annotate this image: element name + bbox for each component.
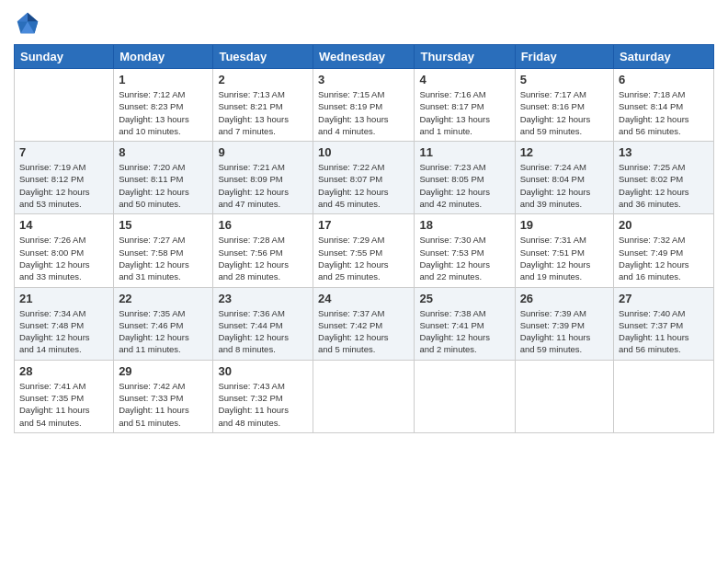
day-number: 8 [119, 145, 208, 159]
day-info: Sunrise: 7:35 AM Sunset: 7:46 PM Dayligh… [119, 307, 208, 356]
calendar-cell: 9Sunrise: 7:21 AM Sunset: 8:09 PM Daylig… [213, 142, 313, 214]
day-number: 9 [218, 145, 308, 159]
calendar-cell: 24Sunrise: 7:37 AM Sunset: 7:42 PM Dayli… [313, 287, 415, 360]
calendar-cell: 21Sunrise: 7:34 AM Sunset: 7:48 PM Dayli… [15, 287, 114, 360]
day-info: Sunrise: 7:41 AM Sunset: 7:35 PM Dayligh… [19, 380, 108, 429]
weekday-header: Tuesday [213, 45, 313, 69]
day-info: Sunrise: 7:20 AM Sunset: 8:11 PM Dayligh… [119, 161, 208, 210]
day-info: Sunrise: 7:13 AM Sunset: 8:21 PM Dayligh… [218, 88, 308, 137]
calendar-cell: 30Sunrise: 7:43 AM Sunset: 7:32 PM Dayli… [213, 360, 313, 432]
calendar-cell: 1Sunrise: 7:12 AM Sunset: 8:23 PM Daylig… [114, 69, 213, 142]
calendar-week-row: 1Sunrise: 7:12 AM Sunset: 8:23 PM Daylig… [15, 69, 714, 142]
calendar-week-row: 28Sunrise: 7:41 AM Sunset: 7:35 PM Dayli… [15, 360, 714, 432]
day-info: Sunrise: 7:25 AM Sunset: 8:02 PM Dayligh… [619, 161, 709, 210]
calendar-cell: 8Sunrise: 7:20 AM Sunset: 8:11 PM Daylig… [114, 142, 213, 214]
calendar-cell: 25Sunrise: 7:38 AM Sunset: 7:41 PM Dayli… [415, 287, 515, 360]
day-info: Sunrise: 7:30 AM Sunset: 7:53 PM Dayligh… [419, 234, 509, 282]
day-number: 3 [318, 73, 409, 86]
calendar-week-row: 21Sunrise: 7:34 AM Sunset: 7:48 PM Dayli… [15, 287, 714, 360]
calendar-header-row: SundayMondayTuesdayWednesdayThursdayFrid… [15, 45, 714, 69]
day-info: Sunrise: 7:29 AM Sunset: 7:55 PM Dayligh… [318, 234, 409, 282]
page: SundayMondayTuesdayWednesdayThursdayFrid… [0, 0, 728, 563]
calendar-cell: 10Sunrise: 7:22 AM Sunset: 8:07 PM Dayli… [313, 142, 415, 214]
logo-icon [14, 9, 41, 37]
calendar-cell: 23Sunrise: 7:36 AM Sunset: 7:44 PM Dayli… [213, 287, 313, 360]
day-number: 16 [218, 218, 308, 232]
day-info: Sunrise: 7:19 AM Sunset: 8:12 PM Dayligh… [19, 161, 108, 210]
day-number: 14 [19, 218, 108, 232]
day-number: 22 [119, 292, 208, 305]
day-info: Sunrise: 7:15 AM Sunset: 8:19 PM Dayligh… [318, 88, 409, 137]
header [14, 9, 714, 37]
day-info: Sunrise: 7:18 AM Sunset: 8:14 PM Dayligh… [619, 88, 709, 137]
calendar-cell: 13Sunrise: 7:25 AM Sunset: 8:02 PM Dayli… [614, 142, 714, 214]
calendar-cell [614, 360, 714, 432]
day-info: Sunrise: 7:39 AM Sunset: 7:39 PM Dayligh… [520, 307, 609, 356]
day-info: Sunrise: 7:36 AM Sunset: 7:44 PM Dayligh… [218, 307, 308, 356]
calendar-cell: 12Sunrise: 7:24 AM Sunset: 8:04 PM Dayli… [515, 142, 613, 214]
weekday-header: Saturday [614, 45, 714, 69]
calendar-cell: 18Sunrise: 7:30 AM Sunset: 7:53 PM Dayli… [415, 214, 515, 287]
day-number: 29 [119, 364, 208, 378]
calendar-cell: 15Sunrise: 7:27 AM Sunset: 7:58 PM Dayli… [114, 214, 213, 287]
calendar-cell: 11Sunrise: 7:23 AM Sunset: 8:05 PM Dayli… [415, 142, 515, 214]
day-number: 20 [619, 218, 709, 232]
day-info: Sunrise: 7:40 AM Sunset: 7:37 PM Dayligh… [619, 307, 709, 356]
day-number: 15 [119, 218, 208, 232]
day-number: 12 [520, 145, 609, 159]
calendar-cell: 27Sunrise: 7:40 AM Sunset: 7:37 PM Dayli… [614, 287, 714, 360]
day-info: Sunrise: 7:28 AM Sunset: 7:56 PM Dayligh… [218, 234, 308, 282]
day-info: Sunrise: 7:31 AM Sunset: 7:51 PM Dayligh… [520, 234, 609, 282]
calendar-cell: 6Sunrise: 7:18 AM Sunset: 8:14 PM Daylig… [614, 69, 714, 142]
calendar-cell: 5Sunrise: 7:17 AM Sunset: 8:16 PM Daylig… [515, 69, 613, 142]
day-info: Sunrise: 7:16 AM Sunset: 8:17 PM Dayligh… [419, 88, 509, 137]
day-info: Sunrise: 7:23 AM Sunset: 8:05 PM Dayligh… [419, 161, 509, 210]
day-number: 6 [619, 73, 709, 86]
day-info: Sunrise: 7:34 AM Sunset: 7:48 PM Dayligh… [19, 307, 108, 356]
day-info: Sunrise: 7:27 AM Sunset: 7:58 PM Dayligh… [119, 234, 208, 282]
calendar-cell [415, 360, 515, 432]
calendar-cell: 7Sunrise: 7:19 AM Sunset: 8:12 PM Daylig… [15, 142, 114, 214]
day-number: 24 [318, 292, 409, 305]
day-number: 21 [19, 292, 108, 305]
day-info: Sunrise: 7:43 AM Sunset: 7:32 PM Dayligh… [218, 380, 308, 429]
calendar-cell [15, 69, 114, 142]
day-info: Sunrise: 7:12 AM Sunset: 8:23 PM Dayligh… [119, 88, 208, 137]
day-number: 27 [619, 292, 709, 305]
day-info: Sunrise: 7:42 AM Sunset: 7:33 PM Dayligh… [119, 380, 208, 429]
day-number: 11 [419, 145, 509, 159]
svg-marker-4 [17, 13, 28, 22]
day-number: 4 [419, 73, 509, 86]
calendar-table: SundayMondayTuesdayWednesdayThursdayFrid… [14, 44, 714, 433]
day-number: 30 [218, 364, 308, 378]
day-number: 7 [19, 145, 108, 159]
calendar-cell: 14Sunrise: 7:26 AM Sunset: 8:00 PM Dayli… [15, 214, 114, 287]
day-info: Sunrise: 7:37 AM Sunset: 7:42 PM Dayligh… [318, 307, 409, 356]
calendar-cell: 3Sunrise: 7:15 AM Sunset: 8:19 PM Daylig… [313, 69, 415, 142]
day-number: 23 [218, 292, 308, 305]
day-number: 26 [520, 292, 609, 305]
day-number: 17 [318, 218, 409, 232]
weekday-header: Monday [114, 45, 213, 69]
calendar-cell: 16Sunrise: 7:28 AM Sunset: 7:56 PM Dayli… [213, 214, 313, 287]
calendar-week-row: 14Sunrise: 7:26 AM Sunset: 8:00 PM Dayli… [15, 214, 714, 287]
day-number: 19 [520, 218, 609, 232]
calendar-cell [313, 360, 415, 432]
svg-marker-1 [28, 13, 38, 22]
day-info: Sunrise: 7:22 AM Sunset: 8:07 PM Dayligh… [318, 161, 409, 210]
day-info: Sunrise: 7:21 AM Sunset: 8:09 PM Dayligh… [218, 161, 308, 210]
calendar-cell: 4Sunrise: 7:16 AM Sunset: 8:17 PM Daylig… [415, 69, 515, 142]
day-number: 28 [19, 364, 108, 378]
calendar-cell: 26Sunrise: 7:39 AM Sunset: 7:39 PM Dayli… [515, 287, 613, 360]
calendar-cell: 29Sunrise: 7:42 AM Sunset: 7:33 PM Dayli… [114, 360, 213, 432]
calendar-cell: 28Sunrise: 7:41 AM Sunset: 7:35 PM Dayli… [15, 360, 114, 432]
calendar-cell: 22Sunrise: 7:35 AM Sunset: 7:46 PM Dayli… [114, 287, 213, 360]
calendar-week-row: 7Sunrise: 7:19 AM Sunset: 8:12 PM Daylig… [15, 142, 714, 214]
weekday-header: Sunday [15, 45, 114, 69]
weekday-header: Friday [515, 45, 613, 69]
calendar-cell: 2Sunrise: 7:13 AM Sunset: 8:21 PM Daylig… [213, 69, 313, 142]
day-number: 18 [419, 218, 509, 232]
day-number: 5 [520, 73, 609, 86]
day-info: Sunrise: 7:32 AM Sunset: 7:49 PM Dayligh… [619, 234, 709, 282]
day-number: 10 [318, 145, 409, 159]
